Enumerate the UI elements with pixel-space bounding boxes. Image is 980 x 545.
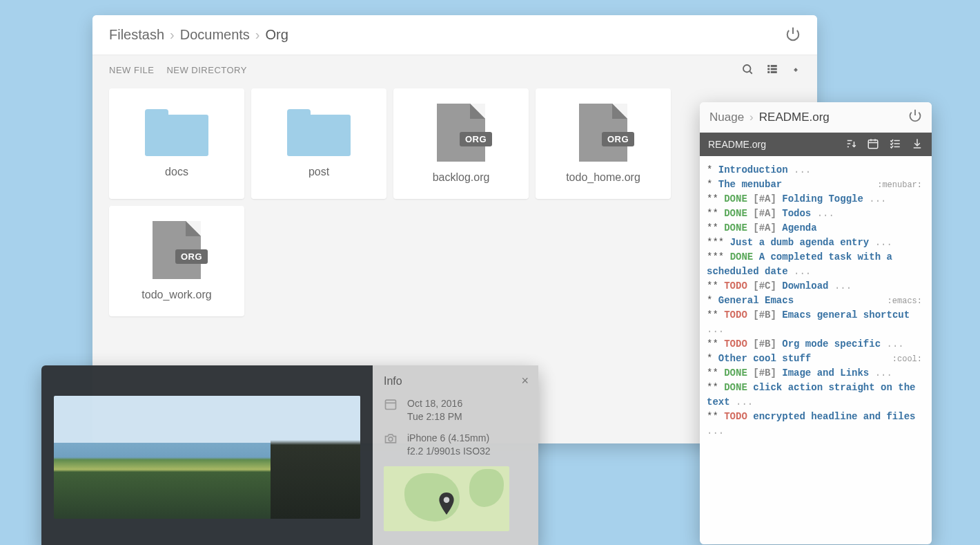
svg-point-23 bbox=[389, 437, 393, 441]
org-headline[interactable]: * The menubar:menubar: bbox=[707, 178, 925, 192]
power-icon[interactable] bbox=[785, 26, 801, 44]
image-viewer-window: Info × Oct 18, 2016 Tue 2:18 PM iPhone 6… bbox=[41, 365, 538, 545]
org-headline[interactable]: ** TODO [#C] Download ... bbox=[707, 279, 925, 294]
org-headline[interactable]: ** TODO [#B] Emacs general shortcut ... bbox=[707, 308, 925, 337]
svg-rect-13 bbox=[868, 140, 878, 148]
list-view-icon[interactable] bbox=[766, 63, 778, 77]
org-headline[interactable]: ** TODO encrypted headline and files ... bbox=[707, 410, 925, 439]
org-headline[interactable]: ** DONE [#A] Agenda bbox=[707, 221, 925, 236]
checklist-icon[interactable] bbox=[889, 137, 901, 152]
file-type-badge: ORG bbox=[460, 132, 492, 146]
info-camera: iPhone 6 (4.15mm) bbox=[407, 432, 491, 445]
info-time: Tue 2:18 PM bbox=[407, 410, 462, 423]
new-file-button[interactable]: NEW FILE bbox=[109, 65, 154, 75]
info-panel: Info × Oct 18, 2016 Tue 2:18 PM iPhone 6… bbox=[373, 365, 538, 545]
file-tile[interactable]: ORGtodo_home.org bbox=[536, 88, 671, 199]
chevron-right-icon: › bbox=[255, 27, 260, 43]
sort-icon[interactable] bbox=[791, 63, 801, 77]
chevron-right-icon: › bbox=[749, 111, 754, 124]
file-browser-header: Filestash › Documents › Org bbox=[92, 15, 817, 55]
download-icon[interactable] bbox=[911, 137, 923, 152]
breadcrumb: Filestash › Documents › Org bbox=[109, 27, 288, 43]
tile-label: docs bbox=[165, 166, 188, 178]
tile-label: todo_work.org bbox=[141, 289, 211, 301]
tile-label: backlog.org bbox=[433, 171, 490, 184]
file-tile[interactable]: ORGbacklog.org bbox=[393, 88, 529, 199]
breadcrumb-item[interactable]: Nuage bbox=[709, 111, 744, 124]
org-headline[interactable]: ** DONE [#B] Image and Links ... bbox=[707, 366, 925, 381]
org-headline[interactable]: * Other cool stuff:cool: bbox=[707, 352, 925, 366]
chevron-right-icon: › bbox=[170, 27, 175, 43]
file-browser-toolbar: NEW FILE NEW DIRECTORY bbox=[92, 55, 817, 84]
org-content[interactable]: * Introduction ...* The menubar:menubar:… bbox=[700, 156, 932, 446]
editor-tab-name[interactable]: README.org bbox=[708, 139, 766, 150]
breadcrumb-item[interactable]: Filestash bbox=[109, 27, 164, 43]
file-type-badge: ORG bbox=[602, 132, 634, 146]
file-tile[interactable]: ORGtodo_work.org bbox=[109, 206, 244, 316]
org-headline[interactable]: *** Just a dumb agenda entry ... bbox=[707, 236, 925, 250]
folder-tile[interactable]: docs bbox=[109, 88, 244, 199]
calendar-icon bbox=[384, 397, 399, 413]
svg-rect-8 bbox=[771, 71, 777, 73]
svg-rect-6 bbox=[771, 68, 777, 70]
editor-header: Nuage › README.org bbox=[700, 102, 932, 133]
org-headline[interactable]: *** DONE A completed task with a schedul… bbox=[707, 250, 925, 279]
svg-rect-3 bbox=[767, 65, 770, 67]
svg-rect-4 bbox=[771, 65, 777, 67]
image-preview[interactable] bbox=[54, 396, 360, 519]
svg-rect-21 bbox=[386, 400, 396, 409]
org-headline[interactable]: * Introduction ... bbox=[707, 163, 925, 178]
svg-point-24 bbox=[444, 497, 450, 503]
svg-line-2 bbox=[749, 71, 752, 73]
search-icon[interactable] bbox=[741, 63, 754, 77]
info-exposure: f2.2 1/9901s ISO32 bbox=[407, 445, 491, 458]
power-icon[interactable] bbox=[908, 108, 922, 126]
info-panel-title: Info bbox=[384, 375, 527, 388]
info-date: Oct 18, 2016 bbox=[407, 397, 462, 410]
svg-point-1 bbox=[743, 65, 751, 73]
file-icon: ORG bbox=[437, 104, 485, 162]
breadcrumb-item-current[interactable]: README.org bbox=[759, 111, 830, 124]
svg-rect-5 bbox=[767, 68, 770, 70]
tile-label: post bbox=[308, 166, 329, 178]
folder-icon bbox=[287, 109, 351, 156]
calendar-icon[interactable] bbox=[867, 137, 879, 152]
org-headline[interactable]: ** DONE [#A] Todos ... bbox=[707, 207, 925, 221]
org-headline[interactable]: ** DONE [#A] Folding Toggle ... bbox=[707, 192, 925, 207]
folder-icon bbox=[145, 109, 208, 156]
org-headline[interactable]: ** DONE click action straight on the tex… bbox=[707, 381, 925, 410]
location-map[interactable] bbox=[384, 466, 509, 531]
editor-tabbar: README.org bbox=[700, 133, 932, 156]
tile-label: todo_home.org bbox=[566, 171, 640, 184]
folder-tile[interactable]: post bbox=[251, 88, 386, 199]
org-headline[interactable]: * General Emacs:emacs: bbox=[707, 294, 925, 308]
map-pin-icon bbox=[438, 493, 455, 518]
close-icon[interactable]: × bbox=[521, 374, 529, 388]
breadcrumb-item[interactable]: Documents bbox=[180, 27, 250, 43]
org-headline[interactable]: ** TODO [#B] Org mode specific ... bbox=[707, 337, 925, 352]
image-preview-pane bbox=[41, 365, 373, 545]
new-directory-button[interactable]: NEW DIRECTORY bbox=[166, 65, 247, 75]
sort-descending-icon[interactable] bbox=[845, 137, 857, 152]
breadcrumb-item-current[interactable]: Org bbox=[266, 27, 288, 43]
file-icon: ORG bbox=[579, 104, 627, 162]
editor-window: Nuage › README.org README.org * Introduc… bbox=[700, 102, 932, 544]
file-type-badge: ORG bbox=[175, 249, 208, 264]
camera-icon bbox=[384, 432, 399, 448]
file-icon: ORG bbox=[153, 221, 201, 279]
svg-rect-7 bbox=[767, 71, 770, 73]
